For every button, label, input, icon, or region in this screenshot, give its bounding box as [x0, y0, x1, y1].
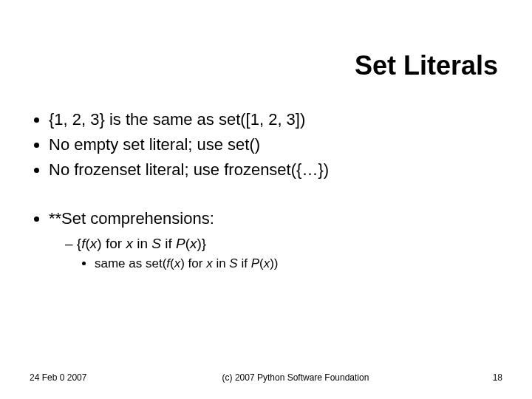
- t: )}: [197, 236, 207, 251]
- t: x: [174, 256, 181, 270]
- sub-sub-bullet-item: same as set(f(x) for x in S if P(x)): [95, 255, 502, 273]
- t: P: [251, 256, 259, 270]
- t: x: [126, 236, 133, 251]
- t: x: [264, 256, 270, 270]
- bullet-list-main: {1, 2, 3} is the same as set([1, 2, 3]) …: [30, 108, 502, 182]
- t: x: [90, 236, 98, 251]
- bullet-item: No frozenset literal; use frozenset({…}): [49, 158, 502, 182]
- footer-copyright: (c) 2007 Python Software Foundation: [118, 372, 473, 383]
- sub-list: {f(x) for x in S if P(x)} same as set(f(…: [49, 233, 502, 273]
- bullet-item: No empty set literal; use set(): [49, 133, 502, 157]
- t: )): [270, 256, 278, 270]
- sub-bullet-item: {f(x) for x in S if P(x)} same as set(f(…: [65, 233, 502, 273]
- bullet-item: {1, 2, 3} is the same as set([1, 2, 3]): [49, 108, 502, 132]
- slide-title: Set Literals: [30, 0, 502, 87]
- t: same as set(: [95, 256, 166, 270]
- bullet-item: **Set comprehensions: {f(x) for x in S i…: [49, 207, 502, 273]
- t: P: [176, 236, 185, 251]
- t: in: [133, 236, 151, 251]
- footer-date: 24 Feb 0 2007: [30, 372, 118, 383]
- footer-page-number: 18: [473, 372, 502, 383]
- bullet-list-secondary: **Set comprehensions: {f(x) for x in S i…: [30, 207, 502, 273]
- t: x: [190, 236, 197, 251]
- t: x: [206, 256, 213, 270]
- t: in: [213, 256, 230, 270]
- slide-footer: 24 Feb 0 2007 (c) 2007 Python Software F…: [30, 372, 502, 383]
- t: if: [161, 236, 176, 251]
- slide: Set Literals {1, 2, 3} is the same as se…: [0, 0, 532, 399]
- sub-sub-list: same as set(f(x) for x in S if P(x)): [65, 255, 502, 273]
- t: if: [238, 256, 251, 270]
- t: S: [229, 256, 237, 270]
- t: ) for: [97, 236, 126, 251]
- t: S: [151, 236, 161, 251]
- t: ) for: [180, 256, 206, 270]
- bullet-text: **Set comprehensions:: [49, 209, 214, 228]
